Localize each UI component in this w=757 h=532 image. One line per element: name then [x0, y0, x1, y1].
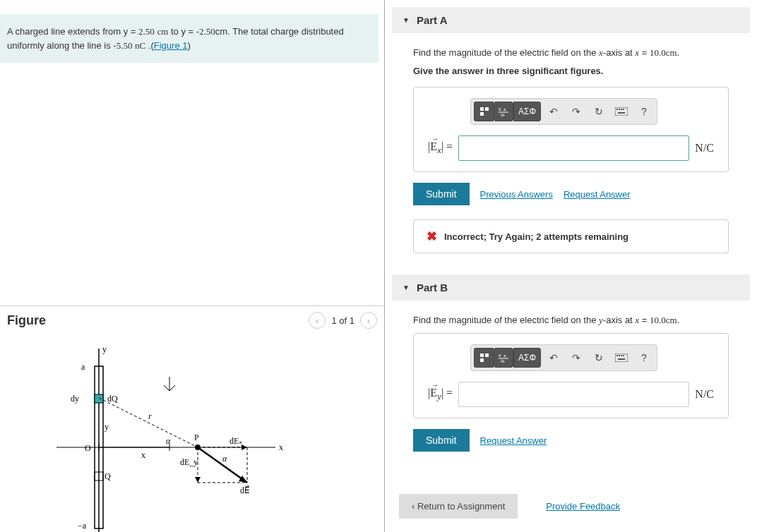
svg-text:a: a [503, 107, 506, 111]
help-button[interactable]: ? [634, 348, 654, 368]
svg-rect-44 [616, 109, 618, 110]
svg-text:√b: √b [500, 359, 505, 363]
svg-text:dy: dy [71, 394, 79, 404]
svg-text:x: x [499, 107, 501, 111]
svg-rect-37 [485, 107, 489, 111]
svg-rect-58 [619, 355, 620, 356]
svg-text:y: y [102, 344, 107, 354]
templates-button[interactable] [474, 348, 494, 368]
answer-label-ex: |E→x| = [428, 140, 453, 156]
templates-button[interactable] [474, 102, 494, 121]
svg-text:a: a [81, 362, 85, 372]
svg-text:α: α [222, 454, 227, 464]
figure-title: Figure [7, 313, 309, 328]
svg-rect-56 [615, 353, 628, 362]
svg-text:α: α [166, 436, 171, 446]
part-b-header[interactable]: ▼ Part B [392, 274, 750, 301]
svg-text:y: y [105, 422, 109, 432]
part-b-answer-input[interactable] [458, 382, 689, 407]
svg-rect-38 [480, 112, 484, 116]
svg-rect-43 [615, 107, 628, 116]
problem-statement: A charged line extends from y = 2.50 cm … [0, 14, 378, 63]
answer-toolbar: xa√b ΑΣΦ ↶ ↷ ↻ ? [470, 98, 657, 125]
figure-image: y x a −a dy dQ y O r α P [0, 334, 384, 532]
part-b-body: Find the magnitude of the electric field… [392, 301, 750, 480]
svg-rect-45 [619, 109, 620, 110]
svg-rect-49 [480, 353, 484, 357]
part-a-title: Part A [417, 14, 448, 26]
part-a-answer-input[interactable] [458, 135, 689, 161]
svg-text:dQ: dQ [107, 394, 118, 404]
spacer [0, 68, 384, 306]
answer-toolbar: xa√b ΑΣΦ ↶ ↷ ↻ ? [470, 344, 657, 371]
fraction-button[interactable]: xa√b [494, 102, 513, 121]
svg-text:O: O [85, 443, 91, 453]
part-a-header[interactable]: ▼ Part A [392, 7, 750, 33]
problem-text: to y = [168, 26, 196, 37]
figure-section: Figure ‹ 1 of 1 › y x a −a [0, 306, 384, 532]
physics-diagram: y x a −a dy dQ y O r α P [28, 341, 282, 532]
feedback-box: ✖ Incorrect; Try Again; 2 attempts remai… [413, 219, 729, 253]
problem-y1: 2.50 [138, 26, 155, 37]
svg-line-27 [198, 447, 247, 483]
undo-button[interactable]: ↶ [544, 348, 564, 368]
figure-link[interactable]: Figure 1 [154, 40, 188, 51]
answer-unit: N/C [695, 142, 714, 155]
pager-text: 1 of 1 [331, 315, 354, 326]
greek-button[interactable]: ΑΣΦ [513, 348, 541, 368]
provide-feedback-link[interactable]: Provide Feedback [546, 501, 620, 512]
part-b-submit-button[interactable]: Submit [413, 429, 470, 452]
figure-body[interactable]: y x a −a dy dQ y O r α P [0, 334, 384, 532]
svg-rect-61 [618, 358, 625, 360]
request-answer-link[interactable]: Request Answer [480, 435, 547, 446]
left-panel: A charged line extends from y = 2.50 cm … [0, 0, 385, 532]
figure-pager: ‹ 1 of 1 › [309, 312, 377, 329]
svg-text:P: P [194, 433, 199, 442]
pager-next-button[interactable]: › [360, 312, 377, 329]
svg-text:dE_y: dE_y [180, 457, 198, 467]
main-container: A charged line extends from y = 2.50 cm … [0, 0, 757, 532]
svg-text:−a: −a [78, 521, 87, 531]
svg-rect-36 [480, 107, 484, 111]
svg-rect-57 [616, 355, 618, 356]
problem-text: A charged line extends from y = [7, 26, 138, 37]
problem-charge: -5.50 [113, 40, 132, 51]
request-answer-link[interactable]: Request Answer [564, 189, 631, 200]
problem-text: .( [145, 40, 154, 51]
part-b-submit-row: Submit Request Answer [413, 429, 729, 452]
keyboard-button[interactable] [612, 102, 631, 121]
part-a-body: Find the magnitude of the electric field… [392, 33, 750, 267]
problem-text: ) [187, 40, 190, 51]
part-a-submit-row: Submit Previous Answers Request Answer [413, 183, 729, 205]
figure-header: Figure ‹ 1 of 1 › [0, 306, 384, 334]
redo-button[interactable]: ↷ [566, 102, 586, 121]
svg-rect-7 [95, 394, 103, 403]
redo-button[interactable]: ↷ [566, 348, 586, 368]
feedback-text: Incorrect; Try Again; 2 attempts remaini… [444, 231, 628, 242]
collapse-icon: ▼ [403, 16, 410, 24]
part-a-submit-button[interactable]: Submit [413, 183, 470, 205]
reset-button[interactable]: ↻ [589, 102, 609, 121]
problem-unit: cm [157, 26, 168, 37]
svg-rect-48 [618, 112, 625, 114]
svg-text:dEₓ: dEₓ [230, 436, 242, 446]
svg-rect-59 [621, 355, 622, 356]
pager-prev-button[interactable]: ‹ [309, 312, 326, 329]
keyboard-button[interactable] [612, 348, 631, 368]
part-a-instruction: Give the answer in three significant fig… [413, 66, 729, 76]
svg-text:r: r [148, 411, 152, 421]
answer-row: |E→y| = N/C [428, 382, 714, 407]
return-button[interactable]: ‹ Return to Assignment [399, 494, 518, 519]
svg-text:a: a [503, 353, 506, 358]
part-b-title: Part B [417, 282, 448, 294]
part-b-prompt: Find the magnitude of the electric field… [413, 315, 729, 326]
undo-button[interactable]: ↶ [544, 102, 564, 121]
svg-text:x: x [499, 353, 501, 358]
help-button[interactable]: ? [634, 102, 654, 121]
previous-answers-link[interactable]: Previous Answers [480, 189, 553, 200]
greek-button[interactable]: ΑΣΦ [513, 102, 541, 121]
fraction-button[interactable]: xa√b [494, 348, 513, 368]
reset-button[interactable]: ↻ [589, 348, 609, 368]
svg-rect-60 [623, 355, 624, 356]
answer-label-ey: |E→y| = [428, 387, 453, 402]
